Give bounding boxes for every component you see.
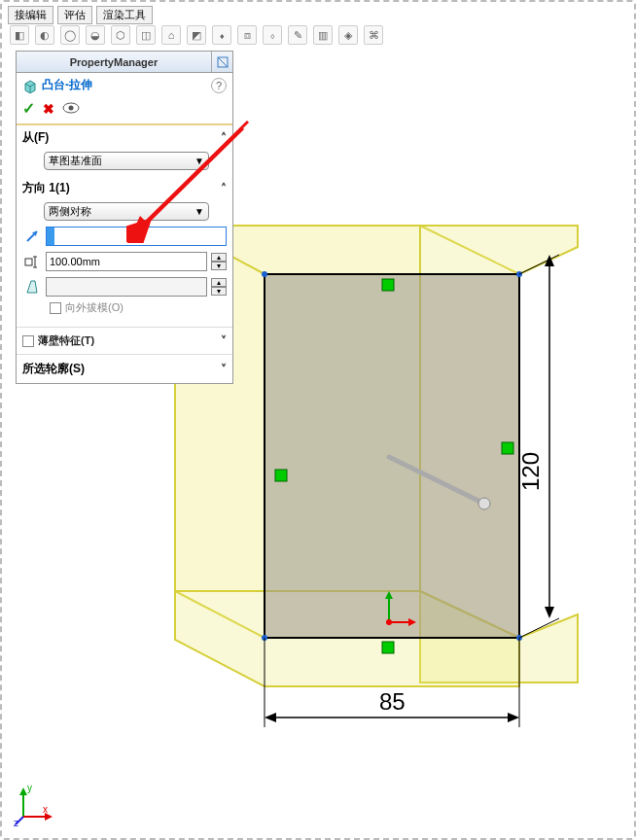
svg-marker-49 bbox=[508, 713, 519, 722]
draft-icon[interactable] bbox=[22, 277, 42, 297]
chevron-up-icon: ˄ bbox=[221, 131, 227, 145]
preview-icon[interactable] bbox=[62, 101, 80, 117]
draft-spinner[interactable]: ▴▾ bbox=[211, 278, 227, 296]
svg-text:z: z bbox=[14, 818, 18, 826]
extrude-icon bbox=[22, 78, 38, 93]
section-from-header[interactable]: 从(F) ˄ bbox=[17, 127, 232, 148]
svg-text:y: y bbox=[27, 783, 32, 793]
svg-rect-30 bbox=[275, 470, 287, 481]
icon-14[interactable]: ◈ bbox=[338, 25, 358, 45]
svg-text:x: x bbox=[43, 804, 48, 815]
dir1-type-select[interactable]: 两侧对称 ▼ bbox=[44, 202, 209, 221]
chevron-down-icon: ˅ bbox=[221, 363, 227, 376]
icon-5[interactable]: ⬡ bbox=[111, 25, 130, 45]
dim-width[interactable]: 85 bbox=[379, 688, 406, 715]
direction-input[interactable] bbox=[46, 227, 227, 246]
checkbox-box bbox=[50, 302, 61, 314]
tab-evaluate[interactable]: 评估 bbox=[57, 6, 92, 24]
icon-15[interactable]: ⌘ bbox=[364, 25, 383, 45]
icon-13[interactable]: ▥ bbox=[313, 25, 333, 45]
chevron-up-icon: ˄ bbox=[221, 182, 227, 195]
section-contours-header[interactable]: 所选轮廓(S) ˅ bbox=[17, 355, 232, 383]
svg-point-37 bbox=[386, 619, 392, 625]
dir1-type-value: 两侧对称 bbox=[49, 204, 91, 219]
from-select-value: 草图基准面 bbox=[49, 154, 102, 168]
svg-marker-44 bbox=[545, 607, 554, 618]
svg-marker-48 bbox=[265, 713, 276, 722]
from-select[interactable]: 草图基准面 ▼ bbox=[44, 152, 209, 170]
draft-input[interactable] bbox=[46, 277, 207, 297]
depth-spinner[interactable]: ▴▾ bbox=[211, 253, 227, 270]
icon-3[interactable]: ◯ bbox=[60, 25, 80, 45]
dropdown-icon: ▼ bbox=[194, 206, 204, 217]
svg-rect-8 bbox=[25, 259, 32, 265]
depth-icon bbox=[22, 252, 42, 271]
section-from-label: 从(F) bbox=[22, 129, 49, 146]
svg-rect-29 bbox=[382, 279, 394, 291]
svg-point-25 bbox=[262, 271, 267, 277]
checkbox-box bbox=[22, 335, 34, 347]
svg-marker-12 bbox=[27, 281, 37, 293]
help-icon[interactable]: ? bbox=[211, 78, 227, 93]
icon-4[interactable]: ◒ bbox=[86, 25, 105, 45]
svg-point-5 bbox=[69, 105, 74, 110]
icon-1[interactable]: ◧ bbox=[10, 25, 29, 45]
pin-icon[interactable] bbox=[211, 52, 232, 72]
draft-outward-label: 向外拔模(O) bbox=[65, 300, 124, 315]
svg-line-1 bbox=[218, 57, 228, 67]
icon-8[interactable]: ◩ bbox=[187, 25, 206, 45]
dropdown-icon: ▼ bbox=[194, 156, 204, 166]
toolbar-icons: ◧ ◐ ◯ ◒ ⬡ ◫ ⌂ ◩ ⬧ ⧈ ⬨ ✎ ▥ ◈ ⌘ bbox=[10, 25, 383, 45]
depth-input[interactable]: 100.00mm bbox=[46, 252, 207, 271]
cancel-button[interactable]: ✖ bbox=[43, 101, 54, 117]
icon-7[interactable]: ⌂ bbox=[161, 25, 181, 45]
section-dir1-label: 方向 1(1) bbox=[22, 180, 70, 196]
svg-rect-31 bbox=[502, 442, 513, 454]
icon-6[interactable]: ◫ bbox=[136, 25, 156, 45]
icon-10[interactable]: ⧈ bbox=[237, 25, 257, 45]
tab-edit[interactable]: 接编辑 bbox=[8, 6, 53, 24]
thin-feature-checkbox[interactable]: 薄壁特征(T) ˅ bbox=[17, 327, 232, 355]
dim-height[interactable]: 120 bbox=[517, 452, 544, 491]
section-contours-label: 所选轮廓(S) bbox=[22, 361, 85, 377]
chevron-down-icon: ˅ bbox=[221, 334, 227, 348]
tab-render[interactable]: 渲染工具 bbox=[96, 6, 153, 24]
feature-title: 凸台-拉伸 bbox=[42, 77, 92, 93]
svg-marker-51 bbox=[19, 788, 27, 795]
icon-11[interactable]: ⬨ bbox=[263, 25, 282, 45]
ok-button[interactable]: ✓ bbox=[22, 99, 35, 118]
icon-12[interactable]: ✎ bbox=[288, 25, 307, 45]
draft-outward-checkbox: 向外拔模(O) bbox=[22, 297, 227, 319]
reverse-direction-icon[interactable] bbox=[22, 227, 42, 246]
icon-2[interactable]: ◐ bbox=[35, 25, 54, 45]
pm-title: PropertyManager bbox=[17, 56, 211, 68]
section-dir1-header[interactable]: 方向 1(1) ˄ bbox=[17, 178, 232, 198]
svg-point-39 bbox=[478, 498, 490, 509]
icon-9[interactable]: ⬧ bbox=[212, 25, 231, 45]
thin-feature-label: 薄壁特征(T) bbox=[38, 333, 94, 348]
svg-rect-32 bbox=[382, 642, 394, 653]
property-manager-panel: PropertyManager 凸台-拉伸 ? ✓ ✖ 从(F) ˄ 草图基准面… bbox=[16, 51, 233, 384]
coord-triad: y x z bbox=[14, 778, 62, 826]
